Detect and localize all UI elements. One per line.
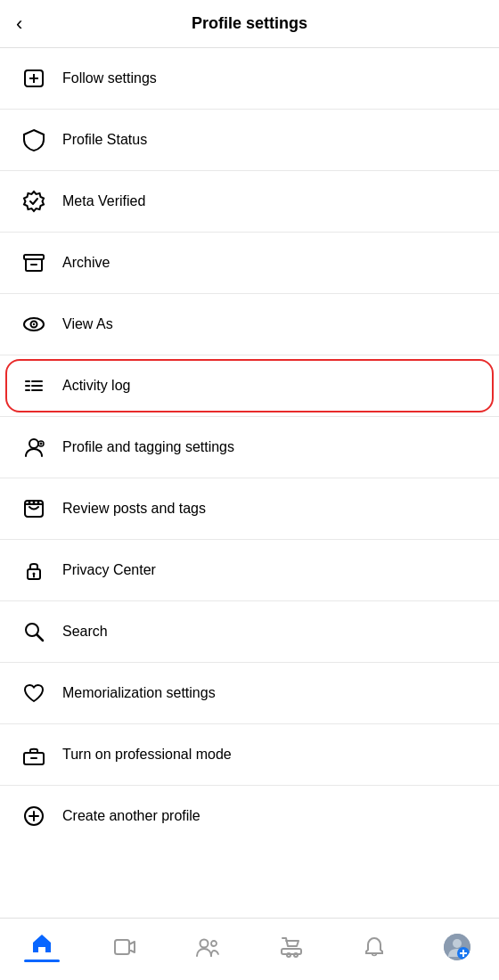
friends-icon [195, 935, 220, 960]
review-posts-icon [18, 493, 50, 525]
view-as-icon [18, 308, 50, 340]
menu-item-privacy-center[interactable]: Privacy Center [0, 540, 499, 601]
home-icon [29, 931, 54, 956]
page-title: Profile settings [192, 14, 307, 33]
activity-log-label: Activity log [62, 378, 130, 394]
search-label: Search [62, 624, 108, 640]
menu-item-profile-status[interactable]: Profile Status [0, 110, 499, 171]
svg-rect-34 [115, 940, 129, 954]
menu-item-activity-log[interactable]: Activity log [0, 355, 499, 417]
professional-mode-label: Turn on professional mode [62, 747, 232, 763]
menu-item-professional-mode[interactable]: Turn on professional mode [0, 724, 499, 786]
professional-mode-icon [18, 739, 50, 771]
memorialization-icon [18, 677, 50, 709]
view-as-label: View As [62, 316, 113, 332]
profile-tagging-icon [18, 431, 50, 463]
nav-active-bar [24, 960, 60, 962]
svg-point-15 [29, 439, 38, 448]
meta-verified-icon [18, 185, 50, 217]
follow-settings-icon [18, 62, 50, 94]
menu-item-memorialization[interactable]: Memorialization settings [0, 663, 499, 724]
settings-menu: Follow settings Profile Status Meta Veri… [0, 48, 499, 918]
nav-item-notifications[interactable] [332, 935, 415, 960]
menu-item-review-posts[interactable]: Review posts and tags [0, 478, 499, 540]
profile-status-label: Profile Status [62, 132, 147, 148]
follow-settings-label: Follow settings [62, 70, 157, 86]
svg-point-23 [37, 502, 40, 504]
notifications-icon [362, 935, 387, 960]
nav-item-home[interactable] [0, 931, 83, 962]
svg-point-36 [211, 941, 217, 946]
svg-point-35 [200, 939, 209, 947]
menu-item-archive[interactable]: Archive [0, 233, 499, 294]
svg-point-22 [33, 502, 36, 504]
profile-tagging-label: Profile and tagging settings [62, 439, 234, 455]
privacy-center-icon [18, 554, 50, 586]
svg-line-28 [37, 635, 44, 641]
page-header: ‹ Profile settings [0, 0, 499, 48]
menu-item-follow-settings[interactable]: Follow settings [0, 48, 499, 110]
privacy-center-label: Privacy Center [62, 562, 156, 578]
menu-item-profile-tagging[interactable]: Profile and tagging settings [0, 417, 499, 478]
svg-point-8 [33, 323, 35, 325]
search-icon [18, 616, 50, 648]
memorialization-label: Memorialization settings [62, 685, 216, 701]
menu-item-meta-verified[interactable]: Meta Verified [0, 171, 499, 233]
meta-verified-label: Meta Verified [62, 193, 145, 209]
svg-rect-39 [282, 949, 301, 954]
create-profile-label: Create another profile [62, 808, 200, 824]
menu-item-create-profile[interactable]: Create another profile [0, 786, 499, 846]
svg-point-41 [453, 939, 462, 948]
nav-item-friends[interactable] [167, 935, 250, 960]
nav-item-profile[interactable] [416, 934, 499, 960]
review-posts-label: Review posts and tags [62, 501, 206, 517]
archive-label: Archive [62, 255, 110, 271]
create-profile-icon [18, 800, 50, 832]
menu-item-view-as[interactable]: View As [0, 294, 499, 355]
nav-item-video[interactable] [83, 935, 166, 960]
activity-log-icon [18, 370, 50, 402]
bottom-navigation [0, 918, 499, 980]
back-button[interactable]: ‹ [16, 12, 22, 36]
profile-avatar [444, 934, 470, 960]
profile-status-icon [18, 124, 50, 156]
marketplace-icon [279, 935, 304, 960]
menu-item-search[interactable]: Search [0, 601, 499, 663]
video-icon [112, 935, 137, 960]
svg-point-21 [29, 502, 31, 504]
nav-item-marketplace[interactable] [250, 935, 332, 960]
archive-icon [18, 247, 50, 279]
